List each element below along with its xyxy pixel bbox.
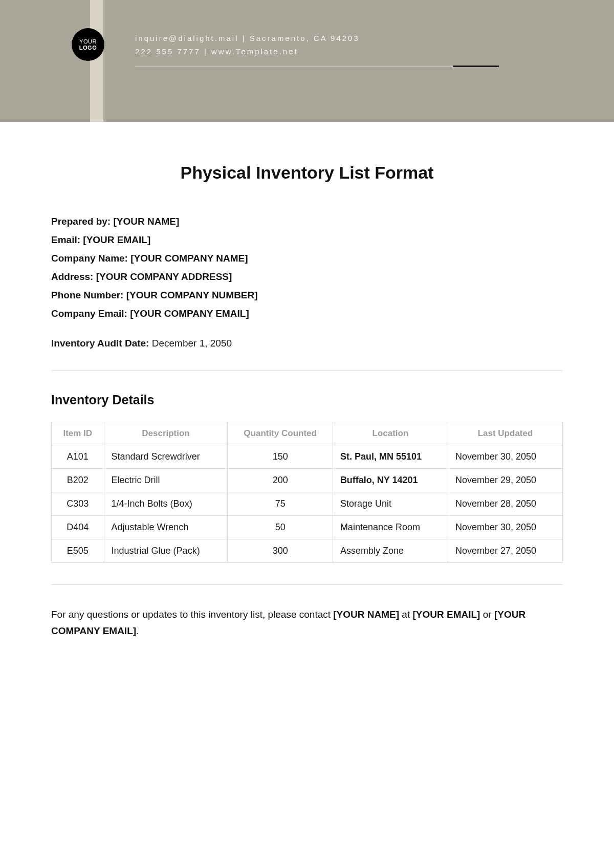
cell-item-id: A101 bbox=[52, 445, 104, 468]
cell-location: St. Paul, MN 55101 bbox=[333, 445, 448, 468]
logo-line-2: LOGO bbox=[79, 45, 97, 51]
table-header-row: Item ID Description Quantity Counted Loc… bbox=[52, 422, 563, 445]
cell-quantity: 50 bbox=[228, 515, 333, 539]
cell-item-id: E505 bbox=[52, 539, 104, 562]
header-band: YOUR LOGO inquire@dialight.mail | Sacram… bbox=[0, 0, 614, 122]
footer-note: For any questions or updates to this inv… bbox=[51, 606, 563, 640]
header-contact: inquire@dialight.mail | Sacramento, CA 9… bbox=[135, 32, 360, 58]
cell-item-id: C303 bbox=[52, 492, 104, 515]
cell-last-updated: November 29, 2050 bbox=[448, 468, 563, 492]
document-content: Physical Inventory List Format Prepared … bbox=[0, 122, 614, 639]
cell-location: Buffalo, NY 14201 bbox=[333, 468, 448, 492]
audit-date: Inventory Audit Date: December 1, 2050 bbox=[51, 338, 563, 349]
cell-last-updated: November 27, 2050 bbox=[448, 539, 563, 562]
th-item-id: Item ID bbox=[52, 422, 104, 445]
table-row: B202Electric Drill200Buffalo, NY 14201No… bbox=[52, 468, 563, 492]
table-row: D404Adjustable Wrench50Maintenance RoomN… bbox=[52, 515, 563, 539]
cell-location: Storage Unit bbox=[333, 492, 448, 515]
cell-description: Electric Drill bbox=[104, 468, 228, 492]
meta-address: Address: [YOUR COMPANY ADDRESS] bbox=[51, 268, 563, 286]
header-stripe bbox=[90, 0, 103, 122]
th-description: Description bbox=[104, 422, 228, 445]
inventory-table: Item ID Description Quantity Counted Loc… bbox=[51, 422, 563, 563]
cell-last-updated: November 28, 2050 bbox=[448, 492, 563, 515]
cell-description: Adjustable Wrench bbox=[104, 515, 228, 539]
th-last-updated: Last Updated bbox=[448, 422, 563, 445]
logo-line-1: YOUR bbox=[79, 38, 97, 45]
cell-last-updated: November 30, 2050 bbox=[448, 515, 563, 539]
cell-quantity: 200 bbox=[228, 468, 333, 492]
divider bbox=[51, 371, 563, 371]
cell-description: Industrial Glue (Pack) bbox=[104, 539, 228, 562]
cell-location: Maintenance Room bbox=[333, 515, 448, 539]
meta-email: Email: [YOUR EMAIL] bbox=[51, 231, 563, 249]
cell-location: Assembly Zone bbox=[333, 539, 448, 562]
table-row: A101Standard Screwdriver150St. Paul, MN … bbox=[52, 445, 563, 468]
meta-company-name: Company Name: [YOUR COMPANY NAME] bbox=[51, 249, 563, 268]
cell-quantity: 300 bbox=[228, 539, 333, 562]
cell-item-id: D404 bbox=[52, 515, 104, 539]
cell-quantity: 75 bbox=[228, 492, 333, 515]
table-row: C3031/4-Inch Bolts (Box)75Storage UnitNo… bbox=[52, 492, 563, 515]
cell-quantity: 150 bbox=[228, 445, 333, 468]
th-location: Location bbox=[333, 422, 448, 445]
header-contact-line-1: inquire@dialight.mail | Sacramento, CA 9… bbox=[135, 32, 360, 45]
cell-description: Standard Screwdriver bbox=[104, 445, 228, 468]
page-title: Physical Inventory List Format bbox=[51, 163, 563, 183]
table-row: E505Industrial Glue (Pack)300Assembly Zo… bbox=[52, 539, 563, 562]
section-heading: Inventory Details bbox=[51, 393, 563, 407]
cell-description: 1/4-Inch Bolts (Box) bbox=[104, 492, 228, 515]
cell-last-updated: November 30, 2050 bbox=[448, 445, 563, 468]
header-rule-accent bbox=[453, 66, 499, 67]
th-quantity: Quantity Counted bbox=[228, 422, 333, 445]
header-contact-line-2: 222 555 7777 | www.Template.net bbox=[135, 45, 360, 58]
divider bbox=[51, 584, 563, 585]
header-rule bbox=[135, 67, 453, 67]
meta-block: Prepared by: [YOUR NAME] Email: [YOUR EM… bbox=[51, 212, 563, 323]
meta-phone: Phone Number: [YOUR COMPANY NUMBER] bbox=[51, 286, 563, 305]
meta-prepared-by: Prepared by: [YOUR NAME] bbox=[51, 212, 563, 231]
cell-item-id: B202 bbox=[52, 468, 104, 492]
meta-company-email: Company Email: [YOUR COMPANY EMAIL] bbox=[51, 305, 563, 323]
logo-placeholder: YOUR LOGO bbox=[72, 28, 104, 61]
